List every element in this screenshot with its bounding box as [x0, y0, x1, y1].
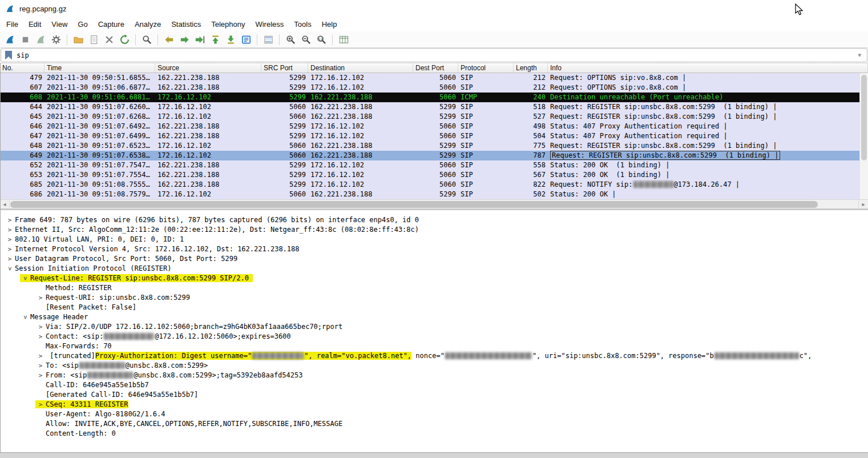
- find-packet-icon[interactable]: [139, 32, 154, 47]
- detail-line[interactable]: [Generated Call-ID: 646e945a55e1b5b7]: [0, 390, 868, 400]
- expander-closed-icon[interactable]: >: [35, 293, 46, 303]
- go-bottom-icon[interactable]: [223, 32, 238, 47]
- zoom-original-icon[interactable]: 1:1: [314, 32, 329, 47]
- menu-item-wireless[interactable]: Wireless: [250, 18, 289, 30]
- capture-restart-icon[interactable]: [33, 32, 48, 47]
- packet-row[interactable]: 6472021-11-30 09:51:07.6499…162.221.238.…: [0, 131, 859, 141]
- column-header-destination[interactable]: Destination: [308, 63, 413, 73]
- scroll-left-icon[interactable]: ◂: [0, 200, 10, 208]
- colorize-icon[interactable]: [261, 32, 276, 47]
- detail-line[interactable]: > [truncated]Proxy-Authorization: Digest…: [0, 351, 868, 361]
- detail-line[interactable]: >From: <sip@unsbc.8x8.com:5299>;tag=5392…: [0, 371, 868, 380]
- expander-open-icon[interactable]: >: [5, 264, 15, 274]
- column-header-info[interactable]: Info: [548, 63, 868, 73]
- go-back-icon[interactable]: [162, 32, 176, 47]
- column-header-length[interactable]: Length: [514, 63, 548, 73]
- resize-columns-icon[interactable]: [336, 32, 351, 47]
- packet-row[interactable]: 6492021-11-30 09:51:07.6538…172.16.12.10…: [0, 151, 859, 160]
- expander-open-icon[interactable]: >: [21, 274, 30, 284]
- expander-closed-icon[interactable]: >: [35, 351, 46, 361]
- detail-line[interactable]: >Request-URI: sip:unsbc.8x8.com:5299: [0, 293, 868, 303]
- detail-line[interactable]: >Via: SIP/2.0/UDP 172.16.12.102:5060;bra…: [0, 322, 868, 332]
- packet-row[interactable]: 6462021-11-30 09:51:07.6492…162.221.238.…: [0, 122, 859, 131]
- capture-options-icon[interactable]: [49, 32, 63, 47]
- detail-line[interactable]: >Internet Protocol Version 4, Src: 172.1…: [0, 244, 868, 254]
- expander-closed-icon[interactable]: >: [5, 244, 15, 254]
- column-header-src-port[interactable]: SRC Port: [261, 63, 308, 73]
- expander-closed-icon[interactable]: >: [35, 400, 46, 409]
- detail-line[interactable]: >Ethernet II, Src: AlgoComm_12:11:2e (00…: [0, 225, 868, 235]
- detail-line[interactable]: [Resent Packet: False]: [0, 303, 868, 312]
- column-header-dest-port[interactable]: Dest Port: [413, 63, 458, 73]
- detail-line[interactable]: >802.1Q Virtual LAN, PRI: 0, DEI: 0, ID:…: [0, 235, 868, 244]
- menu-item-go[interactable]: Go: [72, 18, 92, 30]
- menu-item-file[interactable]: File: [1, 18, 23, 30]
- expander-closed-icon[interactable]: >: [5, 254, 15, 264]
- packet-row[interactable]: 4792021-11-30 09:50:51.6855…162.221.238.…: [0, 73, 859, 83]
- column-header-time[interactable]: Time: [45, 63, 155, 73]
- menu-item-telephony[interactable]: Telephony: [206, 18, 250, 30]
- vscroll-thumb[interactable]: [861, 75, 867, 160]
- zoom-out-icon[interactable]: [298, 32, 313, 47]
- detail-line[interactable]: >To: <sip@unsbc.8x8.com:5299>: [0, 361, 868, 371]
- detail-line[interactable]: Allow: INVITE,ACK,BYE,CANCEL,OPTIONS,REF…: [0, 419, 868, 429]
- menu-item-view[interactable]: View: [46, 18, 72, 30]
- packet-row[interactable]: 6862021-11-30 09:51:08.7579…172.16.12.10…: [0, 190, 859, 199]
- capture-start-icon[interactable]: [2, 32, 17, 47]
- detail-line[interactable]: Content-Length: 0: [0, 429, 868, 439]
- menu-item-tools[interactable]: Tools: [289, 18, 316, 30]
- expander-closed-icon[interactable]: >: [35, 361, 46, 371]
- detail-line[interactable]: >Message Header: [0, 312, 868, 322]
- auto-scroll-icon[interactable]: [239, 32, 253, 47]
- file-open-icon[interactable]: [71, 32, 86, 47]
- display-filter-input[interactable]: sip: [17, 51, 853, 59]
- zoom-in-icon[interactable]: [283, 32, 298, 47]
- detail-line[interactable]: >Frame 649: 787 bytes on wire (6296 bits…: [0, 215, 868, 225]
- scroll-right-icon[interactable]: ▸: [858, 200, 868, 208]
- menu-item-edit[interactable]: Edit: [23, 18, 46, 30]
- detail-line[interactable]: >User Datagram Protocol, Src Port: 5060,…: [0, 254, 868, 264]
- detail-line[interactable]: >Session Initiation Protocol (REGISTER): [0, 264, 868, 274]
- menu-item-analyze[interactable]: Analyze: [130, 18, 166, 30]
- packet-row[interactable]: 6852021-11-30 09:51:08.7555…162.221.238.…: [0, 180, 859, 190]
- filter-dropdown-icon[interactable]: ▾: [858, 51, 863, 59]
- expander-closed-icon[interactable]: >: [35, 332, 46, 342]
- go-forward-icon[interactable]: [177, 32, 192, 47]
- packet-row[interactable]: 6072021-11-30 09:51:06.6877…162.221.238.…: [0, 83, 859, 93]
- reload-icon[interactable]: [117, 32, 132, 47]
- hscroll-thumb[interactable]: [10, 201, 818, 208]
- detail-line[interactable]: >Request-Line: REGISTER sip:unsbc.8x8.co…: [0, 274, 868, 283]
- packet-list-hscrollbar[interactable]: ◂ ▸: [0, 199, 868, 209]
- column-header-source[interactable]: Source: [155, 63, 261, 73]
- packet-row[interactable]: 6482021-11-30 09:51:07.6523…172.16.12.10…: [0, 141, 859, 151]
- menu-item-statistics[interactable]: Statistics: [166, 18, 206, 30]
- expander-closed-icon[interactable]: >: [35, 322, 46, 332]
- detail-line[interactable]: >CSeq: 43311 REGISTER: [0, 400, 868, 409]
- go-to-packet-icon[interactable]: [192, 32, 207, 47]
- detail-line[interactable]: Call-ID: 646e945a55e1b5b7: [0, 380, 868, 390]
- expander-closed-icon[interactable]: >: [5, 215, 15, 225]
- packet-row[interactable]: 6522021-11-30 09:51:07.7547…162.221.238.…: [0, 160, 859, 170]
- packet-row[interactable]: 6082021-11-30 09:51:06.6881…172.16.12.10…: [0, 93, 859, 102]
- file-save-icon[interactable]: [86, 32, 101, 47]
- file-close-icon[interactable]: [102, 32, 116, 47]
- packet-row[interactable]: 6442021-11-30 09:51:07.6260…172.16.12.10…: [0, 102, 859, 112]
- expander-open-icon[interactable]: >: [21, 312, 30, 323]
- go-top-icon[interactable]: [208, 32, 223, 47]
- filter-bookmark-icon[interactable]: [5, 51, 12, 60]
- menu-item-capture[interactable]: Capture: [93, 18, 130, 30]
- column-header-no[interactable]: No.: [0, 63, 45, 73]
- packet-row[interactable]: 6532021-11-30 09:51:07.7554…162.221.238.…: [0, 170, 859, 180]
- column-header-protocol[interactable]: Protocol: [458, 63, 514, 73]
- expander-closed-icon[interactable]: >: [5, 235, 15, 244]
- capture-stop-icon[interactable]: [18, 32, 33, 47]
- expander-closed-icon[interactable]: >: [5, 225, 15, 235]
- expander-closed-icon[interactable]: >: [35, 371, 46, 380]
- packet-list-vscrollbar[interactable]: [859, 73, 868, 199]
- detail-line[interactable]: User-Agent: Algo-8180G2/1.6.4: [0, 409, 868, 419]
- packet-row[interactable]: 6452021-11-30 09:51:07.6268…172.16.12.10…: [0, 112, 859, 122]
- detail-line[interactable]: >Contact: <sip:@172.16.12.102:5060>;expi…: [0, 332, 868, 342]
- bottom-scrollbar[interactable]: [0, 452, 868, 458]
- detail-line[interactable]: Max-Forwards: 70: [0, 342, 868, 351]
- menu-item-help[interactable]: Help: [317, 18, 342, 30]
